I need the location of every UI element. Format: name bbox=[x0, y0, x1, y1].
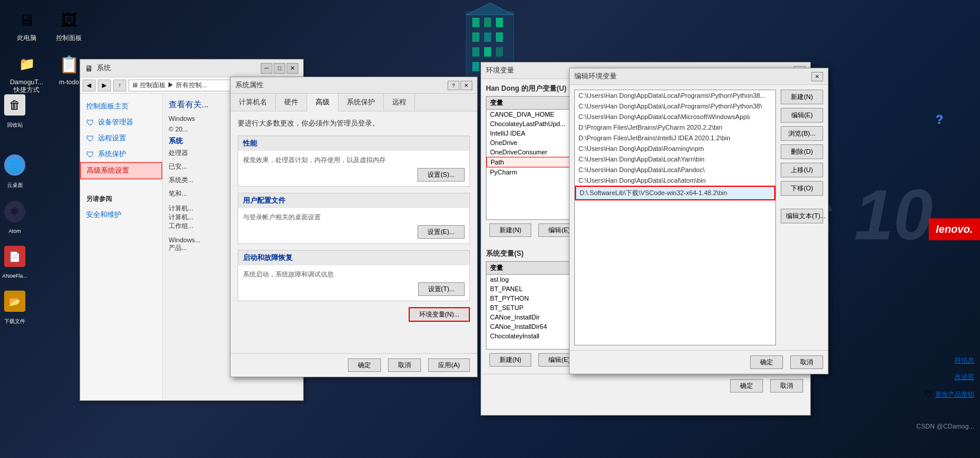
forward-button[interactable]: ▶ bbox=[98, 80, 111, 91]
performance-settings-button[interactable]: 设置(S)... bbox=[417, 168, 465, 182]
tab-advanced[interactable]: 高级 bbox=[307, 94, 338, 111]
editenv-dialog: 编辑环境变量 ✕ C:\Users\Han Dong\AppData\Local… bbox=[569, 68, 828, 374]
sysprop-help-button[interactable]: ? bbox=[448, 81, 459, 90]
path-entry-6[interactable]: C:\Users\Han Dong\AppData\Local\Yarn\bin bbox=[575, 154, 775, 164]
editenv-close-button[interactable]: ✕ bbox=[811, 72, 823, 81]
downloads-icon[interactable]: 📂 bbox=[4, 291, 25, 312]
editenv-controls: ✕ bbox=[811, 72, 823, 81]
user-profiles-settings-button[interactable]: 设置(E)... bbox=[417, 225, 465, 239]
user-profiles-desc: 与登录帐户相关的桌面设置 bbox=[243, 213, 465, 222]
up-button[interactable]: ↑ bbox=[113, 80, 126, 91]
path-entry-2[interactable]: C:\Users\Han Dong\AppData\Local\Microsof… bbox=[575, 111, 775, 122]
support-info-link[interactable]: 持信息 bbox=[955, 357, 974, 364]
svg-rect-10 bbox=[472, 62, 479, 71]
startup-btn-row: 设置(T)... bbox=[243, 282, 465, 296]
security-label: 安全和维护 bbox=[86, 210, 121, 220]
atom-label: Atom bbox=[8, 228, 21, 234]
envvar-ok-button[interactable]: 确定 bbox=[730, 379, 763, 393]
sidebar-item-system-protect[interactable]: 🛡 系统保护 bbox=[80, 146, 162, 162]
sysprop-titlebar: 系统属性 ? ✕ bbox=[231, 77, 477, 94]
svg-rect-8 bbox=[484, 47, 491, 57]
sysprop-cancel-button[interactable]: 取消 bbox=[388, 358, 421, 372]
path-entry-8[interactable]: C:\Users\Han Dong\AppData\Local\atom\bin bbox=[575, 175, 775, 186]
advanced-settings-label: 高级系统设置 bbox=[87, 166, 129, 176]
desktop: 🖥 此电脑 📁 DamoguT...快捷方式 🖼 控制面板 📋 m-todo 🗑… bbox=[0, 0, 980, 458]
close-button[interactable]: ✕ bbox=[287, 63, 298, 74]
editenv-up-button[interactable]: 上移(U) bbox=[781, 163, 823, 177]
env-vars-button[interactable]: 环境变量(N)... bbox=[409, 307, 470, 322]
editenv-new-button[interactable]: 新建(N) bbox=[781, 90, 823, 104]
cloud-desktop-icon[interactable]: 🌐 bbox=[4, 154, 25, 176]
change-settings-link[interactable]: 改设置 bbox=[955, 373, 974, 380]
tab-remote[interactable]: 远程 bbox=[384, 94, 415, 111]
sysprop-close-button[interactable]: ✕ bbox=[461, 81, 472, 90]
performance-desc: 视觉效果，处理器计划，内存使用，以及虚拟内存 bbox=[243, 156, 465, 164]
admin-note: 要进行大多数更改，你必须作为管理员登录。 bbox=[238, 118, 470, 128]
device-manager-icon: 🛡 bbox=[86, 118, 94, 127]
maximize-button[interactable]: □ bbox=[274, 63, 285, 74]
editenv-cancel-button[interactable]: 取消 bbox=[790, 355, 823, 369]
editenv-edit-text-button[interactable]: 编辑文本(T)... bbox=[781, 209, 823, 223]
tab-system-protect[interactable]: 系统保护 bbox=[338, 94, 384, 111]
sys-new-button[interactable]: 新建(N) bbox=[489, 353, 531, 367]
user-profiles-btn-row: 设置(E)... bbox=[243, 225, 465, 239]
editenv-edit-button[interactable]: 编辑(E) bbox=[781, 108, 823, 123]
editenv-delete-button[interactable]: 删除(D) bbox=[781, 144, 823, 159]
performance-body: 视觉效果，处理器计划，内存使用，以及虚拟内存 设置(S)... bbox=[238, 151, 469, 186]
sysprop-title: 系统属性 bbox=[235, 80, 264, 90]
product-key-link-area: 🛡 更改产品密钥 bbox=[925, 390, 974, 399]
path-entry-3[interactable]: D:\Program Files\JetBrains\PyCharm 2020.… bbox=[575, 122, 775, 133]
tab-computer-name[interactable]: 计算机名 bbox=[231, 94, 276, 111]
minimize-button[interactable]: ─ bbox=[261, 63, 272, 74]
recycle-bin-icon[interactable]: 🗑 bbox=[4, 94, 25, 116]
sysprop-ok-button[interactable]: 确定 bbox=[348, 358, 381, 372]
csdn-watermark: CSDN @CDamog... bbox=[916, 423, 974, 430]
editenv-browse-button[interactable]: 浏览(B)... bbox=[781, 126, 823, 141]
user-profiles-body: 与登录帐户相关的桌面设置 设置(E)... bbox=[238, 208, 469, 243]
sidebar-item-remote-settings[interactable]: 🛡 远程设置 bbox=[80, 130, 162, 146]
envvar-cancel-button[interactable]: 取消 bbox=[770, 379, 803, 393]
product-key-link[interactable]: 更改产品密钥 bbox=[935, 390, 974, 399]
system-title-left: 🖥 系统 bbox=[85, 63, 111, 73]
svg-rect-3 bbox=[496, 18, 503, 27]
left-sidebar: 🗑 回收站 🌐 云桌面 ⚛ Atom 📄 ANoeFlа... 📂 下载文件 bbox=[0, 0, 29, 424]
tab-hardware[interactable]: 硬件 bbox=[276, 94, 307, 111]
svg-rect-9 bbox=[496, 47, 503, 57]
system-protect-icon: 🛡 bbox=[86, 150, 94, 159]
sidebar-item-device-manager[interactable]: 🛡 设备管理器 bbox=[80, 114, 162, 130]
sidebar-item-security[interactable]: 安全和维护 bbox=[80, 207, 162, 223]
user-new-button[interactable]: 新建(N) bbox=[489, 223, 531, 237]
editenv-body: C:\Users\Han Dong\AppData\Local\Programs… bbox=[570, 85, 828, 350]
startup-body: 系统启动，系统故障和调试信息 设置(T)... bbox=[238, 265, 469, 301]
sidebar-item-advanced-settings[interactable]: 高级系统设置 bbox=[80, 162, 162, 179]
path-entry-vscode[interactable]: D:\.SoftwareLib\下载\VSCode-win32-x64-1.48… bbox=[575, 186, 775, 200]
path-entry-1[interactable]: C:\Users\Han Dong\AppData\Local\Programs… bbox=[575, 101, 775, 111]
recycle-label: 回收站 bbox=[4, 121, 25, 143]
svg-rect-4 bbox=[472, 32, 479, 42]
sysprop-apply-button[interactable]: 应用(A) bbox=[428, 358, 470, 372]
system-titlebar: 🖥 系统 ─ □ ✕ bbox=[80, 60, 303, 77]
change-settings-link-area: 改设置 bbox=[955, 373, 974, 381]
control-panel-label: 控制面板 bbox=[56, 34, 82, 42]
svg-rect-5 bbox=[484, 32, 491, 42]
support-info-link-area: 持信息 bbox=[955, 356, 974, 365]
editenv-title: 编辑环境变量 bbox=[574, 71, 617, 81]
editenv-path-list: C:\Users\Han Dong\AppData\Local\Programs… bbox=[574, 90, 776, 345]
path-entry-5[interactable]: C:\Users\Han Dong\AppData\Roaming\npm bbox=[575, 143, 775, 154]
processor-label: 处理器 bbox=[169, 149, 188, 156]
atom-icon[interactable]: ⚛ bbox=[4, 201, 25, 222]
desktop-icon-control-panel[interactable]: 🖼 控制面板 bbox=[48, 6, 90, 44]
path-entry-0[interactable]: C:\Users\Han Dong\AppData\Local\Programs… bbox=[575, 90, 775, 101]
installed-label: 已安... bbox=[169, 163, 187, 170]
path-entry-4[interactable]: D:\Program Files\JetBrains\IntelliJ IDEA… bbox=[575, 133, 775, 143]
anoefla-icon[interactable]: 📄 bbox=[4, 246, 25, 267]
startup-settings-button[interactable]: 设置(T)... bbox=[418, 282, 465, 296]
path-entry-7[interactable]: C:\Users\Han Dong\AppData\Local\Pandoc\ bbox=[575, 164, 775, 175]
back-button[interactable]: ◀ bbox=[83, 80, 96, 91]
editenv-down-button[interactable]: 下移(O) bbox=[781, 181, 823, 196]
sysprop-controls: ? ✕ bbox=[448, 81, 472, 90]
help-icon[interactable]: ? bbox=[936, 112, 943, 127]
sidebar-main-link[interactable]: 控制面板主页 bbox=[80, 98, 162, 114]
system-window-icon: 🖥 bbox=[85, 64, 93, 73]
editenv-ok-button[interactable]: 确定 bbox=[750, 355, 783, 369]
